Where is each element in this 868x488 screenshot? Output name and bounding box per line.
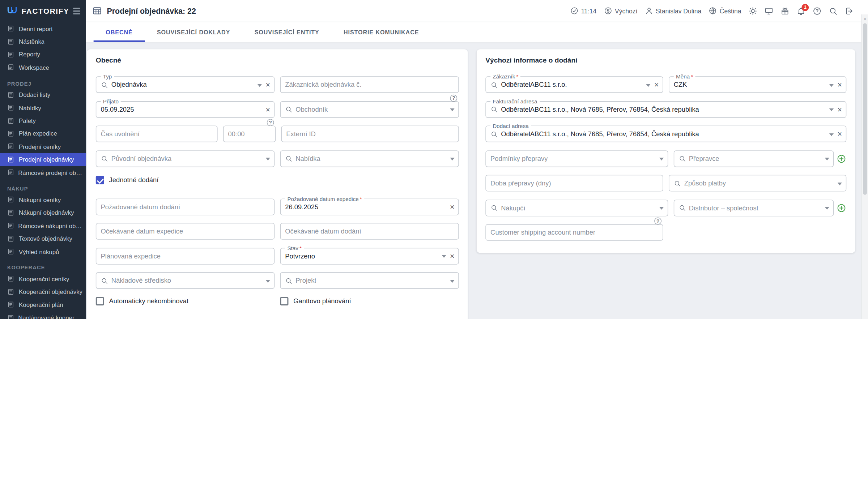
scroll-up-arrow-icon[interactable]: ▴ — [864, 16, 866, 20]
dropdown-caret-icon[interactable] — [450, 107, 454, 111]
logout-icon[interactable] — [845, 7, 854, 15]
sidebar-item-nastenka[interactable]: Nástěnka — [0, 35, 86, 48]
sidebar-item-naplanovane-kooperacn[interactable]: Naplánované kooperačn... — [0, 311, 86, 319]
dropdown-caret-icon[interactable] — [825, 157, 829, 160]
clear-icon[interactable]: × — [265, 106, 270, 113]
whats-new-gift-icon[interactable] — [780, 7, 789, 15]
sidebar-item-denni-report[interactable]: Denní report — [0, 22, 86, 35]
externi-id-field[interactable]: Externí ID — [281, 125, 459, 142]
ocekavane-datum-dodani-field[interactable]: Očekávané datum dodání — [280, 223, 459, 240]
cas-uvolneni-field[interactable]: Čas uvolnění — [96, 125, 218, 142]
clear-icon[interactable]: × — [838, 81, 842, 88]
sidebar-item-nakupni-objednavky[interactable]: Nákupní objednávky — [0, 206, 86, 219]
sidebar-item-palety[interactable]: Palety — [0, 114, 86, 127]
stav-field[interactable]: Stav*Potvrzeno× — [280, 248, 459, 264]
sidebar-item-ramcove-prodejni-objed[interactable]: Rámcové prodejní objed... — [0, 166, 86, 179]
add-distributor-button[interactable] — [837, 203, 847, 213]
sidebar-item-vyhled-nakupu[interactable]: Výhled nákupů — [0, 245, 86, 258]
checkbox-automaticky-nekombinovat[interactable]: Automaticky nekombinovat — [96, 297, 188, 305]
dropdown-caret-icon[interactable] — [646, 83, 650, 87]
tab-souvisejici-doklady[interactable]: SOUVISEJÍCÍ DOKLADY — [145, 22, 242, 42]
sidebar-item-nakupni-ceniky[interactable]: Nákupní ceníky — [0, 193, 86, 206]
nakladove-stredisko-field[interactable]: Nákladové středisko — [96, 272, 275, 289]
sidebar-item-reporty[interactable]: Reporty — [0, 48, 86, 61]
projekt-field[interactable]: Projekt — [280, 272, 459, 289]
clear-icon[interactable]: × — [654, 81, 659, 88]
add-prepravce-button[interactable] — [837, 154, 847, 164]
doba-prepravy-field[interactable]: Doba přepravy (dny) — [485, 175, 663, 192]
customer-shipping-account-field[interactable]: Customer shipping account number? — [485, 224, 663, 241]
dropdown-caret-icon[interactable] — [442, 254, 446, 258]
sidebar-item-nabidky[interactable]: Nabídky — [0, 101, 86, 114]
pozadovane-datum-expedice-field[interactable]: Požadované datum expedice*26.09.2025× — [280, 198, 459, 215]
menu-toggle-icon[interactable] — [73, 8, 80, 14]
vertical-scrollbar-thumb[interactable] — [863, 23, 867, 194]
sidebar-item-kooperacni-plan[interactable]: Kooperační plán — [0, 298, 86, 311]
user-menu[interactable]: Stanislav Dulina — [644, 7, 701, 15]
dropdown-caret-icon[interactable] — [659, 206, 663, 210]
sidebar-item-plan-expedice[interactable]: Plán expedice — [0, 127, 86, 140]
dropdown-caret-icon[interactable] — [266, 279, 270, 283]
dropdown-caret-icon[interactable] — [266, 157, 270, 160]
autosave-status[interactable]: 11:14 — [570, 7, 596, 15]
dropdown-caret-icon[interactable] — [450, 279, 454, 283]
checkbox-ganttovo-planovani[interactable]: Ganttovo plánování — [280, 297, 351, 305]
help-icon[interactable] — [813, 7, 821, 15]
tab-obecne[interactable]: OBECNÉ — [94, 22, 145, 42]
zakaznicka-objednavka-c-field[interactable]: Zákaznická objednávka č. — [280, 76, 459, 93]
prijato-field[interactable]: Přijato05.09.2025× — [96, 101, 275, 117]
dropdown-caret-icon[interactable] — [659, 157, 663, 160]
nakupci-field[interactable]: Nákupčí — [485, 200, 668, 216]
fakturacni-adresa-field[interactable]: Fakturační adresaOdběratelABC11 s.r.o., … — [485, 101, 846, 117]
display-settings-icon[interactable] — [765, 7, 773, 15]
dropdown-caret-icon[interactable] — [825, 206, 829, 210]
clear-icon[interactable]: × — [265, 81, 270, 88]
help-icon[interactable]: ? — [450, 94, 457, 102]
field-value: CZK — [674, 81, 687, 88]
sidebar-item-workspace[interactable]: Workspace — [0, 61, 86, 74]
zakaznik-field[interactable]: Zákazník*OdběratelABC11 s.r.o.× — [485, 76, 663, 93]
cas-uvolneni-cas-field[interactable]: 00:00? — [223, 125, 276, 142]
typ-field[interactable]: TypObjednávka× — [96, 76, 275, 93]
clear-icon[interactable]: × — [838, 106, 842, 113]
theme-toggle-icon[interactable] — [748, 7, 757, 15]
search-icon[interactable] — [829, 7, 837, 15]
clear-icon[interactable]: × — [450, 203, 455, 210]
help-icon[interactable]: ? — [267, 119, 274, 126]
help-icon[interactable]: ? — [654, 218, 661, 225]
clear-icon[interactable]: × — [450, 252, 455, 260]
planovana-expedice-field[interactable]: Plánovaná expedice — [96, 248, 275, 264]
dropdown-caret-icon[interactable] — [829, 132, 834, 136]
vertical-scrollbar[interactable]: ▴ ▾ — [861, 14, 868, 319]
sidebar-item-kooperacni-objednavky[interactable]: Kooperační objednávky — [0, 285, 86, 298]
podminky-prepravy-field[interactable]: Podmínky přepravy — [485, 150, 668, 167]
ocekavane-datum-expedice-field[interactable]: Očekávané datum expedice — [96, 223, 275, 240]
sidebar-item-prodejni-ceniky[interactable]: Prodejní ceníky — [0, 140, 86, 153]
tab-souvisejici-entity[interactable]: SOUVISEJÍCÍ ENTITY — [242, 22, 331, 42]
checkbox-jednotne-dodani[interactable]: Jednotné dodání — [96, 176, 159, 184]
notifications-button[interactable]: 1 — [797, 7, 805, 15]
profile-selector[interactable]: Výchozí — [604, 7, 637, 15]
dropdown-caret-icon[interactable] — [450, 157, 454, 160]
sidebar-item-textove-objednavky[interactable]: Textové objednávky — [0, 232, 86, 245]
language-selector[interactable]: Čeština — [709, 7, 741, 15]
dodaci-adresa-field[interactable]: Dodací adresaOdběratelABC11 s.r.o., Nová… — [485, 125, 846, 142]
puvodni-objednavka-field[interactable]: Původní objednávka — [96, 150, 275, 167]
tab-historie-komunikace[interactable]: HISTORIE KOMUNIKACE — [331, 22, 431, 42]
nabidka-field[interactable]: Nabídka — [280, 150, 459, 167]
zpusob-platby-field[interactable]: Způsob platby — [669, 175, 846, 192]
sidebar-item-kooperacni-ceniky[interactable]: Kooperační ceníky — [0, 272, 86, 285]
sidebar-item-prodejni-objednavky[interactable]: Prodejní objednávky — [0, 153, 86, 166]
clear-icon[interactable]: × — [838, 130, 842, 138]
dropdown-caret-icon[interactable] — [257, 83, 261, 87]
dropdown-caret-icon[interactable] — [829, 83, 834, 87]
distributor-field[interactable]: Distributor – společnost — [673, 200, 834, 216]
sidebar-item-dodaci-listy[interactable]: Dodací listy — [0, 88, 86, 101]
prepravce-field[interactable]: Přepravce — [673, 150, 834, 167]
obchodnik-field[interactable]: Obchodník? — [280, 101, 459, 117]
sidebar-item-ramcove-nakupni-objed[interactable]: Rámcové nákupní objed... — [0, 219, 86, 232]
dropdown-caret-icon[interactable] — [838, 181, 842, 185]
mena-field[interactable]: Měna*CZK× — [669, 76, 846, 93]
pozadovane-datum-dodani-field[interactable]: Požadované datum dodání — [96, 198, 275, 215]
dropdown-caret-icon[interactable] — [829, 107, 834, 111]
